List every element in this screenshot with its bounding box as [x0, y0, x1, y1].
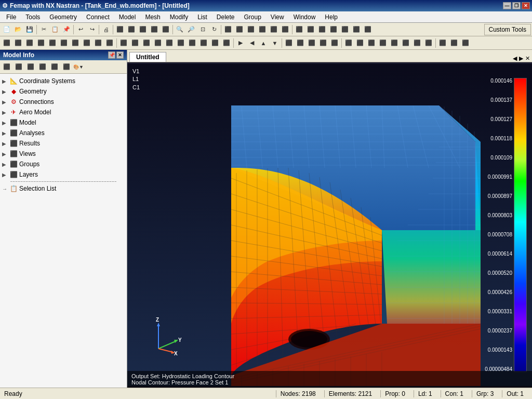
tb-d3[interactable]: ⬛: [316, 24, 328, 35]
tb2-b4[interactable]: ⬛: [35, 37, 47, 49]
tb2-b1[interactable]: ⬛: [1, 37, 12, 49]
tb-b5[interactable]: ⬛: [160, 24, 171, 35]
tb2-b10[interactable]: ⬛: [104, 37, 115, 49]
tb2-b14[interactable]: ⬛: [152, 37, 164, 49]
tb-b2[interactable]: ⬛: [126, 24, 137, 35]
tb-c4[interactable]: ⬛: [257, 24, 268, 35]
tree-item-selection-list[interactable]: → 📋 Selection List: [0, 183, 127, 194]
menu-group[interactable]: Group: [240, 12, 265, 22]
panel-tb-b1[interactable]: ⬛: [1, 61, 12, 73]
tb2-b6[interactable]: ⬛: [58, 37, 70, 49]
tb2-b23[interactable]: ▲: [258, 37, 269, 49]
viewport-close[interactable]: ✕: [525, 55, 530, 62]
tb-new[interactable]: 📄: [1, 24, 12, 35]
panel-tb-b4[interactable]: ⬛: [37, 61, 48, 73]
menu-window[interactable]: Window: [289, 12, 320, 22]
tb2-b13[interactable]: ⬛: [141, 37, 152, 49]
tree-item-coordinate-systems[interactable]: ▶ 📐 Coordinate Systems: [0, 76, 127, 86]
menu-help[interactable]: Help: [321, 12, 342, 22]
menu-geometry[interactable]: Geometry: [45, 12, 81, 22]
tb-rotate[interactable]: ↻: [208, 24, 220, 35]
tb2-b2[interactable]: ⬛: [12, 37, 24, 49]
tb-zoom-in[interactable]: 🔍: [174, 24, 185, 35]
tb-d2[interactable]: ⬛: [305, 24, 316, 35]
restore-button[interactable]: ❐: [512, 2, 521, 9]
tb-copy[interactable]: 📋: [49, 24, 61, 35]
menu-model[interactable]: Model: [115, 12, 140, 22]
menu-mesh[interactable]: Mesh: [141, 12, 164, 22]
tb2-b15[interactable]: ⬛: [164, 37, 175, 49]
tree-item-results[interactable]: ▶ ⬛ Results: [0, 138, 127, 149]
panel-tb-b5[interactable]: ⬛: [49, 61, 60, 73]
minimize-button[interactable]: —: [503, 2, 511, 9]
tree-item-geometry[interactable]: ▶ ◆ Geometry: [0, 86, 127, 97]
tree-item-layers[interactable]: ▶ ⬛ Layers: [0, 169, 127, 180]
tb-c2[interactable]: ⬛: [234, 24, 245, 35]
tb2-b9[interactable]: ⬛: [92, 37, 104, 49]
tb-c5[interactable]: ⬛: [268, 24, 280, 35]
tb-cut[interactable]: ✂: [38, 24, 49, 35]
tb-undo[interactable]: ↩: [75, 24, 86, 35]
viewport-3d[interactable]: V1 L1 C1 0.000146 0.000137 0.000127 0.00…: [127, 62, 532, 388]
panel-pin-button[interactable]: 📌: [108, 51, 115, 59]
tb2-b26[interactable]: ⬛: [295, 37, 306, 49]
tb2-b7[interactable]: ⬛: [70, 37, 81, 49]
tb2-b8[interactable]: ⬛: [81, 37, 92, 49]
tb-d5[interactable]: ⬛: [339, 24, 351, 35]
tb-d4[interactable]: ⬛: [328, 24, 339, 35]
tb-zoom-fit[interactable]: ⊡: [197, 24, 208, 35]
tb-c1[interactable]: ⬛: [222, 24, 234, 35]
tb2-b25[interactable]: ⬛: [283, 37, 295, 49]
tb2-b18[interactable]: ⬛: [198, 37, 209, 49]
viewport-tab-untitled[interactable]: Untitled: [129, 52, 166, 62]
menu-modify[interactable]: Modify: [166, 12, 192, 22]
menu-delete[interactable]: Delete: [212, 12, 239, 22]
tb2-b24[interactable]: ▼: [269, 37, 281, 49]
tb-print[interactable]: 🖨: [100, 24, 112, 35]
tb2-b37[interactable]: ⬛: [423, 37, 434, 49]
tb-c6[interactable]: ⬛: [280, 24, 291, 35]
tb2-b39[interactable]: ⬛: [448, 37, 460, 49]
viewport-nav-right[interactable]: ▶: [519, 55, 523, 62]
tb2-b20[interactable]: ⬛: [221, 37, 232, 49]
panel-tb-b2[interactable]: ⬛: [13, 61, 24, 73]
tb2-b11[interactable]: ⬛: [118, 37, 129, 49]
tb-b4[interactable]: ⬛: [149, 24, 160, 35]
viewport-nav-left[interactable]: ◀: [513, 55, 517, 62]
tb2-b40[interactable]: ⬛: [460, 37, 471, 49]
menu-connect[interactable]: Connect: [82, 12, 114, 22]
tb2-b17[interactable]: ⬛: [187, 37, 198, 49]
tb2-b19[interactable]: ⬛: [209, 37, 221, 49]
close-button[interactable]: ✕: [522, 2, 530, 9]
tb-zoom-out[interactable]: 🔎: [185, 24, 197, 35]
tb-b1[interactable]: ⬛: [114, 24, 126, 35]
tb-paste[interactable]: 📌: [61, 24, 72, 35]
tb-redo[interactable]: ↪: [86, 24, 98, 35]
menu-list[interactable]: List: [193, 12, 211, 22]
tb-open[interactable]: 📂: [12, 24, 24, 35]
tb2-b27[interactable]: ⬛: [306, 37, 317, 49]
tb-d6[interactable]: ⬛: [351, 24, 362, 35]
tb-c3[interactable]: ⬛: [245, 24, 257, 35]
panel-tb-color[interactable]: 🎨▼: [73, 61, 84, 73]
menu-file[interactable]: File: [2, 12, 20, 22]
tree-item-connections[interactable]: ▶ ⚙ Connections: [0, 97, 127, 107]
tb-b3[interactable]: ⬛: [137, 24, 149, 35]
tb2-b31[interactable]: ⬛: [354, 37, 366, 49]
tb2-b34[interactable]: ⬛: [389, 37, 400, 49]
tb-d7[interactable]: ⬛: [362, 24, 374, 35]
tb2-b32[interactable]: ⬛: [366, 37, 377, 49]
tb2-b28[interactable]: ⬛: [317, 37, 329, 49]
panel-tb-b3[interactable]: ⬛: [25, 61, 36, 73]
menu-tools[interactable]: Tools: [21, 12, 44, 22]
custom-tools-button[interactable]: Custom Tools: [484, 24, 531, 35]
tb2-b21[interactable]: ▶: [235, 37, 246, 49]
tb2-b35[interactable]: ⬛: [400, 37, 411, 49]
tb2-b12[interactable]: ⬛: [129, 37, 141, 49]
tb2-b38[interactable]: ⬛: [437, 37, 448, 49]
panel-close-button[interactable]: ✕: [116, 51, 124, 59]
tree-item-model[interactable]: ▶ ⬛ Model: [0, 117, 127, 128]
panel-tb-b6[interactable]: ⬛: [61, 61, 72, 73]
tb2-b22[interactable]: ◀: [246, 37, 258, 49]
tb2-b5[interactable]: ⬛: [47, 37, 58, 49]
